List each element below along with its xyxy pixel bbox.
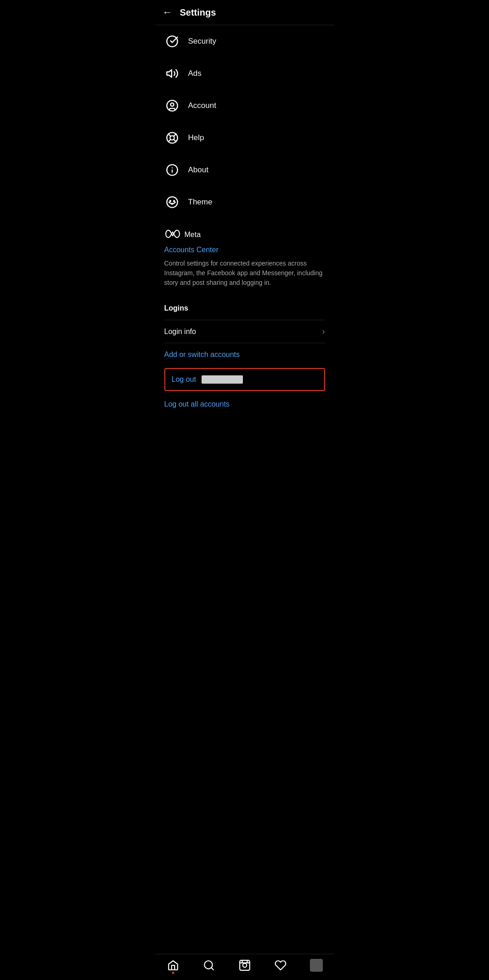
page-title: Settings — [180, 7, 216, 18]
logout-all-accounts-link[interactable]: Log out all accounts — [155, 393, 334, 416]
header: ← Settings — [155, 0, 334, 25]
svg-point-14 — [169, 201, 170, 202]
svg-point-0 — [167, 36, 177, 46]
about-label: About — [188, 165, 208, 175]
logins-section: Logins Login info › — [155, 295, 334, 343]
sidebar-item-account[interactable]: Account — [155, 90, 334, 122]
chevron-right-icon: › — [322, 327, 325, 336]
logout-label: Log out — [172, 375, 196, 384]
login-info-row[interactable]: Login info › — [164, 320, 325, 343]
ads-label: Ads — [188, 69, 202, 78]
about-icon — [164, 162, 180, 178]
svg-point-15 — [173, 201, 174, 202]
meta-logo-icon — [164, 229, 181, 240]
meta-text-label: Meta — [185, 231, 201, 239]
theme-icon — [164, 194, 180, 210]
logins-title: Logins — [164, 304, 325, 312]
meta-section: Meta Accounts Center Control settings fo… — [155, 218, 334, 295]
add-switch-accounts-link[interactable]: Add or switch accounts — [155, 343, 334, 366]
help-label: Help — [188, 133, 204, 142]
svg-line-8 — [174, 134, 176, 136]
accounts-center-link[interactable]: Accounts Center — [164, 246, 325, 254]
svg-point-3 — [170, 103, 174, 106]
meta-description: Control settings for connected experienc… — [164, 259, 325, 288]
security-label: Security — [188, 37, 216, 46]
svg-line-6 — [168, 134, 170, 136]
sidebar-item-ads[interactable]: Ads — [155, 57, 334, 90]
security-icon — [164, 34, 180, 49]
ads-icon — [164, 66, 180, 81]
login-info-label: Login info — [164, 328, 196, 336]
sidebar-item-theme[interactable]: Theme — [155, 186, 334, 218]
theme-label: Theme — [188, 198, 213, 207]
logout-username-redacted — [202, 375, 243, 384]
account-label: Account — [188, 101, 216, 110]
sidebar-item-about[interactable]: About — [155, 154, 334, 186]
sidebar-item-help[interactable]: Help — [155, 122, 334, 154]
sidebar-item-security[interactable]: Security — [155, 25, 334, 57]
svg-line-7 — [174, 139, 176, 142]
logout-box[interactable]: Log out — [164, 368, 325, 391]
account-icon — [164, 98, 180, 113]
svg-marker-1 — [167, 70, 172, 77]
back-button[interactable]: ← — [163, 6, 173, 18]
help-icon — [164, 130, 180, 146]
meta-logo-row: Meta — [164, 229, 325, 240]
svg-line-9 — [168, 139, 170, 142]
